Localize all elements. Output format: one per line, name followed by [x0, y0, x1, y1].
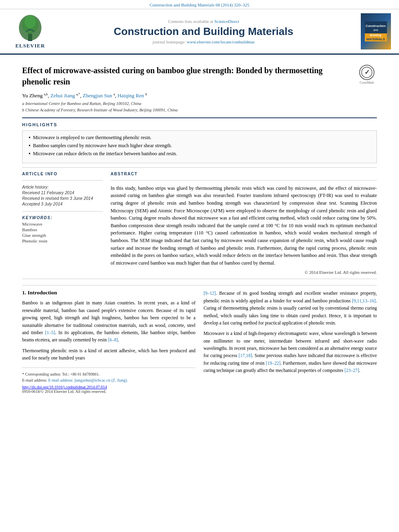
- bullet-1: •: [29, 135, 31, 141]
- intro-para-1: Bamboo is an indigenous plant in many As…: [22, 299, 195, 343]
- article-info-abstract: ARTICLE INFO Article history: Received 1…: [22, 172, 377, 275]
- crossmark-icon: ✓: [359, 65, 374, 80]
- received-date: Received 11 February 2014: [22, 190, 103, 195]
- journal-main-title: Construction and Building Materials: [52, 25, 355, 38]
- article-title-section: Effect of microwave-assisted curing on b…: [22, 61, 377, 89]
- citation-text: Construction and Building Materials 68 (…: [150, 2, 249, 7]
- doi-anchor[interactable]: http://dx.doi.org/10.1016/j.conbuildmat.…: [22, 385, 107, 389]
- elsevier-label: ELSEVIER: [15, 43, 45, 49]
- elsevier-logo: ELSEVIER: [8, 14, 52, 49]
- keyword-3: Glue strength: [22, 233, 103, 238]
- citation-bar: Construction and Building Materials 68 (…: [0, 0, 399, 9]
- svg-text:Construction: Construction: [366, 24, 386, 28]
- right-para-1: [9–12]. Because of its good bonding stre…: [204, 290, 377, 327]
- svg-text:Building: Building: [370, 34, 381, 37]
- crossmark-label: CrossMark: [360, 81, 374, 84]
- abstract-text: In this study, bamboo strips was glued b…: [111, 185, 377, 267]
- doi-link[interactable]: http://dx.doi.org/10.1016/j.conbuildmat.…: [22, 385, 195, 389]
- affiliation-a: a International Centre for Bamboo and Ra…: [22, 101, 377, 107]
- authors-line: Yu Zheng a,b, Zehui Jiang a,*, Zhengjun …: [22, 92, 377, 99]
- highlights-section: HIGHLIGHTS • Microwave is employed to cu…: [22, 122, 377, 163]
- authors-text: Yu Zheng a,b, Zehui Jiang a,*, Zhengjun …: [22, 92, 147, 99]
- accepted-date: Accepted 3 July 2014: [22, 201, 103, 206]
- left-column: 1. Introduction Bamboo is an indigenous …: [22, 290, 195, 394]
- elsevier-tree-icon: [14, 14, 46, 42]
- revised-date: Received in revised form 3 June 2014: [22, 196, 103, 201]
- ref-17-18[interactable]: [17,18]: [239, 353, 252, 358]
- divider-body: [22, 279, 377, 279]
- keywords-label: Keywords:: [22, 216, 103, 220]
- highlight-item-1: • Microwave is employed to cure thermose…: [29, 135, 370, 141]
- divider-1: [22, 167, 377, 168]
- article-info: ARTICLE INFO Article history: Received 1…: [22, 172, 103, 275]
- right-column: [9–12]. Because of its good bonding stre…: [204, 290, 377, 394]
- article-title: Effect of microwave-assisted curing on b…: [22, 65, 357, 87]
- journal-logo-box: Construction and Building MATERIALS: [361, 13, 391, 49]
- ref-1-5[interactable]: [1–5]: [45, 330, 55, 335]
- email-link[interactable]: E-mail address: jiangzehui@icbr.ac.cn (Z…: [48, 378, 128, 382]
- copyright: © 2014 Elsevier Ltd. All rights reserved…: [111, 270, 377, 275]
- right-para-2: Microwave is a kind of high-frequency el…: [204, 330, 377, 374]
- footnote-corresponding: * Corresponding author. Tel.: +86 01 847…: [22, 371, 195, 377]
- abstract-section: ABSTRACT In this study, bamboo strips wa…: [111, 172, 377, 275]
- highlight-text-3: Microwave can reduce defects on the inte…: [33, 151, 177, 157]
- keyword-2: Bamboo: [22, 227, 103, 232]
- intro-heading: 1. Introduction: [22, 290, 195, 296]
- journal-title-center: Contents lists available at ScienceDirec…: [52, 19, 355, 44]
- author-sun[interactable]: Zhengjun Sun: [83, 92, 112, 99]
- journal-header: ELSEVIER Contents lists available at Sci…: [0, 9, 399, 55]
- svg-point-3: [25, 15, 36, 28]
- affiliations: a International Centre for Bamboo and Ra…: [22, 101, 377, 113]
- science-direct-line: Contents lists available at ScienceDirec…: [52, 19, 355, 24]
- highlight-text-1: Microwave is employed to cure thermosett…: [33, 135, 152, 141]
- journal-homepage: journal homepage: www.elsevier.com/locat…: [52, 39, 355, 44]
- body-content: 1. Introduction Bamboo is an indigenous …: [22, 285, 377, 394]
- intro-para-2: Thermosetting phenolic resin is a kind o…: [22, 347, 195, 362]
- article-info-label: ARTICLE INFO: [22, 172, 103, 176]
- journal-logo-icon: Construction and Building MATERIALS: [365, 21, 387, 41]
- highlight-text-2: Bamboo samples cured by microwave have m…: [33, 143, 172, 149]
- highlight-item-2: • Bamboo samples cured by microwave have…: [29, 143, 370, 149]
- ref-19-22[interactable]: [19–22]: [266, 361, 280, 366]
- footnote-section: * Corresponding author. Tel.: +86 01 847…: [22, 368, 195, 394]
- divider-info: [22, 180, 103, 181]
- history-section-label: Article history:: [22, 185, 103, 189]
- journal-url[interactable]: www.elsevier.com/locate/conbuildmat: [187, 39, 255, 44]
- highlights-label: HIGHLIGHTS: [22, 122, 377, 127]
- divider-abstract: [111, 180, 377, 181]
- author-jiang[interactable]: Zehui Jiang: [50, 92, 75, 99]
- highlight-item-3: • Microwave can reduce defects on the in…: [29, 151, 370, 157]
- affiliation-b: b Chinese Academy of Forestry, Research …: [22, 107, 377, 113]
- issn-text: 0950-0618/© 2014 Elsevier Ltd. All right…: [22, 389, 195, 394]
- ref-6-8[interactable]: [6–8]: [108, 337, 118, 342]
- author-ren[interactable]: Haiqing Ren: [117, 92, 144, 99]
- svg-text:✓: ✓: [364, 69, 370, 76]
- article-history: Article history: Received 11 February 20…: [22, 185, 103, 206]
- science-direct-link[interactable]: ScienceDirect: [214, 19, 239, 24]
- journal-logo-right: Construction and Building MATERIALS: [355, 13, 391, 49]
- divider-kw: [22, 211, 103, 212]
- ref-9-12[interactable]: [9–12]: [204, 291, 216, 296]
- keyword-4: Phenolic resin: [22, 238, 103, 243]
- article-content: Effect of microwave-assisted curing on b…: [0, 55, 399, 400]
- abstract-label: ABSTRACT: [111, 172, 377, 176]
- ref-9-16[interactable]: [9,11,13–16]: [352, 298, 376, 303]
- svg-text:MATERIALS: MATERIALS: [366, 37, 385, 41]
- highlights-box: • Microwave is employed to cure thermose…: [22, 130, 377, 163]
- divider-thick: [22, 117, 377, 118]
- footnote-email: E-mail address: E-mail address: jiangzeh…: [22, 377, 195, 383]
- crossmark[interactable]: ✓ CrossMark: [357, 65, 377, 84]
- svg-text:and: and: [373, 29, 378, 31]
- keyword-1: Microwave: [22, 222, 103, 226]
- ref-23-27[interactable]: [23–27]: [344, 368, 359, 373]
- keywords-section: Keywords: Microwave Bamboo Glue strength…: [22, 211, 103, 243]
- bullet-2: •: [29, 143, 31, 149]
- bullet-3: •: [29, 151, 31, 157]
